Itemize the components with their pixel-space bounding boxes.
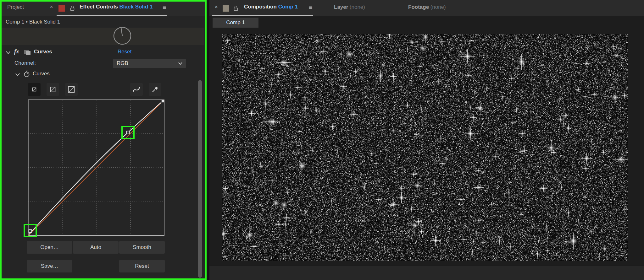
composition-image[interactable] (222, 34, 628, 261)
tab-layer-none: (none) (350, 4, 365, 10)
tab-footage[interactable]: Footage (none) (408, 4, 446, 10)
effect-icon (24, 49, 31, 57)
panel-scrollbar[interactable] (198, 80, 202, 278)
curves-toolbar (0, 83, 204, 96)
curve-corner-handle[interactable] (162, 100, 164, 103)
fx-icon[interactable]: fx (14, 48, 19, 55)
angle-dial-icon[interactable] (113, 24, 133, 45)
angle-dial-row (0, 28, 204, 45)
stopwatch-icon[interactable] (23, 70, 30, 79)
tab-layer[interactable]: Layer (none) (334, 4, 365, 10)
curve-grid-medium-button[interactable] (47, 83, 59, 96)
chevron-down-icon (178, 62, 183, 65)
curves-group-row: Curves (0, 70, 204, 80)
tab-footage-label: Footage (408, 4, 429, 10)
panel-menu-icon[interactable]: ≡ (309, 4, 313, 11)
channel-label: Channel: (14, 60, 36, 66)
channel-value: RGB (117, 60, 128, 67)
effect-header-row: fx Curves Reset (0, 47, 204, 58)
curve-grid-medium-icon (50, 86, 56, 93)
after-effects-window: Project × Effect Controls Black Solid 1 … (0, 0, 644, 280)
effect-name[interactable]: Curves (34, 49, 52, 55)
draw-curve-button[interactable] (130, 83, 143, 96)
tab-effect-controls-label: Effect Controls (80, 4, 118, 10)
lock-icon[interactable] (70, 5, 75, 12)
channel-row: Channel: RGB (0, 58, 204, 69)
close-icon[interactable]: × (214, 3, 218, 10)
auto-button[interactable]: Auto (73, 241, 119, 254)
curves-graph[interactable] (28, 100, 164, 236)
panel-color-swatch[interactable] (223, 5, 229, 12)
tab-footage-none: (none) (430, 4, 446, 10)
effect-controls-panel: Project × Effect Controls Black Solid 1 … (0, 0, 207, 280)
tab-effect-controls-target: Black Solid 1 (119, 4, 153, 10)
active-tab-underline (57, 15, 167, 16)
tab-layer-label: Layer (334, 4, 348, 10)
tab-project[interactable]: Project (7, 4, 24, 10)
panel-menu-icon[interactable]: ≡ (163, 4, 166, 11)
composition-panel: × Composition Comp 1 ≡ Layer (none) Foot… (209, 0, 644, 280)
active-tab-underline (212, 15, 313, 16)
curve-grid-large-button[interactable] (65, 83, 78, 96)
chevron-down-icon[interactable] (15, 73, 20, 77)
tab-effect-controls[interactable]: Effect Controls Black Solid 1 (80, 4, 153, 10)
highlight-box-point-2 (121, 126, 135, 139)
channel-dropdown[interactable]: RGB (113, 59, 186, 68)
eyedropper-icon (151, 86, 159, 93)
left-panel-tabbar: Project × Effect Controls Black Solid 1 … (0, 0, 207, 16)
curve-grid-small-button[interactable] (28, 83, 41, 96)
viewer-toolbar: (74,1%) (Full) (209, 266, 644, 280)
composition-viewer: Comp 1 (209, 16, 644, 266)
chevron-down-icon[interactable] (6, 51, 11, 55)
open-button[interactable]: Open… (27, 241, 72, 254)
close-icon[interactable]: × (50, 3, 53, 10)
right-panel-tabbar: × Composition Comp 1 ≡ Layer (none) Foot… (209, 0, 644, 16)
effect-controls-subtitle: Comp 1 • Black Solid 1 (6, 16, 60, 28)
tab-composition-label: Composition (244, 4, 277, 10)
eyedropper-button[interactable] (149, 83, 161, 96)
viewer-tab-comp1[interactable]: Comp 1 (213, 18, 258, 28)
save-button[interactable]: Save… (27, 260, 72, 272)
reset-button[interactable]: Reset (119, 260, 165, 272)
effect-reset-link[interactable]: Reset (118, 49, 131, 55)
curve-pencil-icon (132, 85, 141, 94)
curve-grid-small-icon (32, 87, 37, 92)
curve-grid-large-icon (68, 86, 75, 93)
tab-composition-target: Comp 1 (278, 4, 298, 10)
smooth-button[interactable]: Smooth (119, 241, 165, 254)
highlight-box-point-1 (24, 224, 37, 237)
lock-icon[interactable] (233, 5, 238, 12)
curves-graph-svg (28, 100, 164, 236)
tab-composition[interactable]: Composition Comp 1 (244, 4, 298, 10)
curves-group-label: Curves (33, 71, 50, 77)
panel-color-swatch[interactable] (58, 5, 65, 12)
